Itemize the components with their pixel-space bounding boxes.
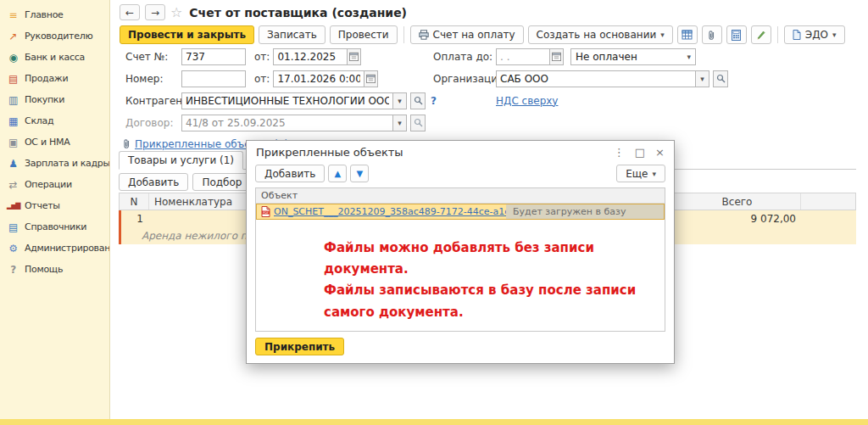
more-options-icon[interactable]: ⋮ bbox=[614, 147, 625, 158]
number-input[interactable] bbox=[181, 70, 246, 87]
column-header-num: N bbox=[120, 196, 148, 208]
column-header-spacer bbox=[800, 193, 855, 210]
dialog-add-button[interactable]: Добавить bbox=[255, 165, 325, 182]
sidebar-item-label: Справочники bbox=[25, 221, 86, 232]
invoice-print-label: Счет на оплату bbox=[433, 29, 515, 41]
row-total-cell: 9 072,00 bbox=[674, 213, 801, 225]
sidebar-item-directories[interactable]: ▤ Справочники bbox=[0, 216, 109, 238]
attachment-file-link[interactable]: ON_SCHET___20251209_358ac489-7172-44ce-a… bbox=[274, 206, 506, 217]
sidebar-item-reports[interactable]: ▂▅▇ Отчеты bbox=[0, 195, 109, 216]
help-icon: ? bbox=[7, 264, 19, 276]
sidebar-item-label: Руководителю bbox=[25, 31, 92, 42]
calculator-button[interactable] bbox=[726, 25, 747, 44]
tab-label: Товары и услуги (1) bbox=[128, 154, 234, 166]
organization-input[interactable] bbox=[496, 70, 696, 87]
spreadsheet-icon bbox=[682, 30, 693, 40]
chevron-down-icon: ▾ bbox=[398, 119, 402, 127]
organization-open-button[interactable] bbox=[713, 70, 728, 87]
sidebar-item-fixed-assets[interactable]: ▣ ОС и НМА bbox=[0, 131, 109, 153]
contract-open-button[interactable] bbox=[410, 115, 426, 131]
sidebar-item-sales[interactable]: ▤ Продажи bbox=[0, 68, 109, 89]
move-down-button[interactable]: ▼ bbox=[350, 165, 369, 182]
invoice-date-input[interactable] bbox=[273, 48, 348, 65]
sidebar-item-warehouse[interactable]: ▦ Склад bbox=[0, 110, 109, 131]
pick-button[interactable]: Подбор bbox=[192, 173, 251, 191]
calendar-button[interactable] bbox=[348, 48, 361, 65]
page-title: Счет от поставщика (создание) bbox=[189, 6, 407, 20]
create-based-on-label: Создать на основании bbox=[537, 29, 657, 41]
attachment-row[interactable]: PDF ON_SCHET___20251209_358ac489-7172-44… bbox=[256, 204, 665, 220]
counterparty-input[interactable] bbox=[181, 92, 393, 109]
write-button[interactable]: Записать bbox=[259, 25, 326, 44]
down-arrow-icon: ▼ bbox=[357, 169, 364, 178]
calculator-icon bbox=[732, 30, 741, 41]
pdf-file-icon: PDF bbox=[261, 206, 270, 217]
counterparty-open-button[interactable] bbox=[410, 92, 426, 109]
reports-icon: ▂▅▇ bbox=[7, 202, 19, 210]
doc-datetime-input[interactable] bbox=[273, 70, 364, 87]
sidebar-item-main[interactable]: ≡ Главное bbox=[0, 4, 109, 25]
tab-goods-services[interactable]: Товары и услуги (1) bbox=[119, 151, 243, 170]
contract-input[interactable] bbox=[181, 115, 393, 131]
more-label: Еще bbox=[626, 168, 648, 180]
bank-icon: ◉ bbox=[7, 52, 19, 64]
sidebar-item-manager[interactable]: ↗ Руководителю bbox=[0, 25, 109, 47]
back-button[interactable]: ← bbox=[120, 4, 140, 20]
contract-dropdown-button[interactable]: ▾ bbox=[393, 115, 407, 131]
chevron-down-icon: ▾ bbox=[700, 75, 704, 83]
sidebar-item-label: Покупки bbox=[25, 94, 64, 105]
sidebar-item-administration[interactable]: ⚙ Администрирование bbox=[0, 238, 109, 259]
bottom-strip bbox=[0, 419, 868, 425]
attachment-status: Будет загружен в базу bbox=[506, 204, 664, 219]
payment-due-input[interactable] bbox=[496, 48, 550, 65]
sidebar-item-label: Зарплата и кадры bbox=[25, 158, 109, 169]
maximize-icon[interactable]: □ bbox=[635, 147, 645, 158]
invoice-print-button[interactable]: Счет на оплату bbox=[410, 25, 524, 44]
move-up-button[interactable]: ▲ bbox=[328, 165, 347, 182]
invoice-number-label: Счет №: bbox=[125, 51, 181, 63]
vat-mode-link[interactable]: НДС сверху bbox=[496, 95, 558, 107]
dialog-footer: Прикрепить bbox=[247, 332, 674, 363]
attached-files-button[interactable] bbox=[702, 25, 722, 44]
toolbar-divider bbox=[403, 26, 404, 43]
sign-button[interactable] bbox=[751, 25, 771, 44]
operations-icon: ⇄ bbox=[7, 179, 19, 191]
payment-status-select[interactable]: Не оплачен ▾ bbox=[570, 48, 696, 65]
organization-label: Организация: bbox=[433, 73, 496, 85]
create-based-on-button[interactable]: Создать на основании ▾ bbox=[528, 25, 673, 44]
column-header-total: Всего bbox=[673, 193, 800, 210]
post-button[interactable]: Провести bbox=[330, 25, 398, 44]
paperclip-icon bbox=[122, 138, 131, 149]
edo-button[interactable]: ЭДО ▾ bbox=[784, 25, 845, 44]
organization-dropdown-button[interactable]: ▾ bbox=[696, 70, 709, 87]
calendar-button[interactable] bbox=[550, 48, 564, 65]
edo-label: ЭДО bbox=[805, 29, 828, 41]
forward-button[interactable]: → bbox=[145, 4, 165, 20]
sidebar-item-help[interactable]: ? Помощь bbox=[0, 259, 109, 280]
sidebar-item-operations[interactable]: ⇄ Операции bbox=[0, 174, 109, 195]
favorite-star-icon[interactable]: ☆ bbox=[170, 6, 182, 20]
people-icon: ♟ bbox=[7, 158, 19, 170]
invoice-number-input[interactable] bbox=[181, 48, 246, 65]
chevron-down-icon: ▾ bbox=[652, 170, 656, 178]
counterparty-dropdown-button[interactable]: ▾ bbox=[393, 92, 407, 109]
calendar-button[interactable] bbox=[364, 70, 378, 87]
post-and-close-button[interactable]: Провести и закрыть bbox=[120, 25, 254, 44]
sidebar-item-purchases[interactable]: ▥ Покупки bbox=[0, 89, 109, 110]
report-structure-button[interactable] bbox=[677, 25, 698, 44]
add-row-button[interactable]: Добавить bbox=[119, 173, 188, 191]
attach-button[interactable]: Прикрепить bbox=[255, 338, 344, 355]
sidebar-item-salary-hr[interactable]: ♟ Зарплата и кадры bbox=[0, 153, 109, 174]
edo-document-icon bbox=[793, 30, 801, 40]
sidebar-item-bank-cash[interactable]: ◉ Банк и касса bbox=[0, 47, 109, 68]
dialog-more-button[interactable]: Еще ▾ bbox=[616, 165, 665, 182]
up-arrow-icon: ▲ bbox=[335, 169, 342, 178]
from-label: от: bbox=[254, 51, 270, 63]
number-label: Номер: bbox=[125, 73, 181, 85]
sales-icon: ▤ bbox=[7, 73, 19, 85]
vat-row: НДС сверху bbox=[496, 92, 558, 109]
counterparty-help-link[interactable]: ? bbox=[431, 95, 437, 107]
warehouse-icon: ▦ bbox=[7, 115, 19, 127]
contract-row: Договор: ▾ bbox=[125, 114, 426, 131]
close-icon[interactable]: × bbox=[655, 147, 665, 158]
